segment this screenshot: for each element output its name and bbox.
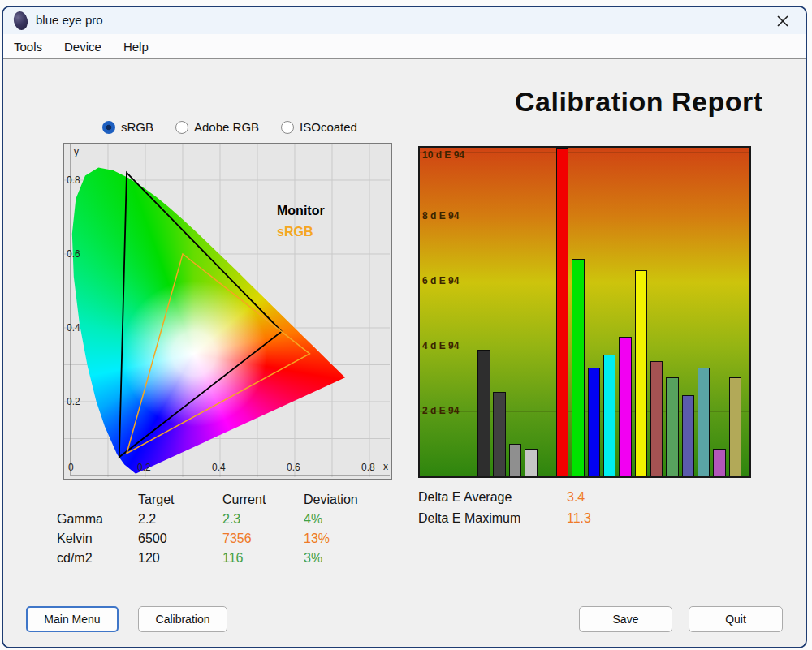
radio-unselected-icon <box>281 121 294 134</box>
x-tick-0.8: 0.8 <box>361 462 375 473</box>
delta-e-bar-15 <box>713 449 726 476</box>
y-axis-name: y <box>74 146 79 157</box>
y-tick-0.6: 0.6 <box>67 248 80 260</box>
axis-label-2de: 2 d E 94 <box>422 405 459 416</box>
app-logo-icon <box>12 10 29 31</box>
content-area: Calibration Report sRGBAdobe RGBISOcoate… <box>3 58 806 647</box>
menu-item-tools[interactable]: Tools <box>14 40 42 54</box>
delta-e-bar-4 <box>525 449 538 476</box>
radio-option-isocoated[interactable]: ISOcoated <box>281 120 357 134</box>
gridline-10de <box>420 152 749 153</box>
delta-e-bar-10 <box>635 270 648 476</box>
radio-option-adobe-rgb[interactable]: Adobe RGB <box>175 120 259 134</box>
delta-e-label: Delta E Average <box>418 490 567 505</box>
gamut-triangle-srgb <box>127 254 309 454</box>
menu-bar: ToolsDeviceHelp <box>3 34 806 58</box>
cie-chromaticity-chart: 0.20.40.60.80.20.40.60.80yx Monitor sRGB <box>63 143 392 480</box>
page-title: Calibration Report <box>515 86 763 118</box>
column-header-deviation: Deviation <box>304 490 393 510</box>
row-label-cd-m2: cd/m2 <box>57 549 138 568</box>
row-label-gamma: Gamma <box>57 510 138 529</box>
deviation-value-cd-m2: 3% <box>304 549 393 568</box>
y-tick-0.2: 0.2 <box>67 396 80 407</box>
deviation-value-kelvin: 13% <box>304 529 393 549</box>
legend-srgb: sRGB <box>277 225 313 239</box>
gridline-8de <box>420 217 749 217</box>
radio-selected-icon <box>102 121 115 134</box>
axis-label-8de: 8 d E 94 <box>422 210 459 222</box>
gridline-6de <box>420 282 749 282</box>
menu-item-help[interactable]: Help <box>123 40 149 54</box>
radio-option-srgb[interactable]: sRGB <box>102 120 153 134</box>
radio-label-srgb: sRGB <box>121 120 153 134</box>
y-tick-0.4: 0.4 <box>67 322 80 334</box>
delta-e-value: 3.4 <box>567 490 585 505</box>
calibration-results-table: TargetCurrentDeviationGamma2.22.34%Kelvi… <box>57 490 393 568</box>
delta-e-bar-2 <box>493 392 506 476</box>
target-value-kelvin: 6500 <box>138 529 222 549</box>
delta-e-bar-6 <box>572 259 585 476</box>
x-tick-0.4: 0.4 <box>212 462 226 473</box>
y-tick-0.8: 0.8 <box>67 174 80 186</box>
delta-e-bar-chart: 10 d E 948 d E 946 d E 944 d E 942 d E 9… <box>418 146 751 478</box>
close-button[interactable] <box>773 11 793 31</box>
window-title: blue eye pro <box>36 13 103 27</box>
delta-e-bar-16 <box>729 377 742 476</box>
x-axis-name: x <box>383 461 388 472</box>
delta-e-bar-5 <box>556 148 569 476</box>
menu-item-device[interactable]: Device <box>64 40 102 54</box>
target-value-cd-m2: 120 <box>138 549 222 568</box>
delta-e-row-delta-e-maximum: Delta E Maximum11.3 <box>418 508 591 529</box>
x-tick-0.6: 0.6 <box>287 462 300 473</box>
column-header-current: Current <box>222 490 304 510</box>
delta-e-value: 11.3 <box>567 511 591 526</box>
main-menu-button[interactable]: Main Menu <box>26 606 119 632</box>
delta-e-bar-14 <box>698 368 710 476</box>
calibration-button[interactable]: Calibration <box>138 606 227 632</box>
profile-radio-group: sRGBAdobe RGBISOcoated <box>102 120 357 134</box>
table-corner-cell <box>57 490 138 510</box>
gamut-triangle-monitor <box>119 173 282 457</box>
close-icon <box>776 15 789 28</box>
gridline-4de <box>420 347 749 347</box>
title-bar: blue eye pro <box>3 7 806 34</box>
deviation-value-gamma: 4% <box>304 510 393 529</box>
axis-label-6de: 6 d E 94 <box>422 275 459 286</box>
delta-e-row-delta-e-average: Delta E Average3.4 <box>418 487 591 508</box>
column-header-target: Target <box>138 490 222 510</box>
current-value-cd-m2: 116 <box>222 549 304 568</box>
app-window: blue eye pro ToolsDeviceHelp Calibration… <box>2 6 807 648</box>
axis-label-4de: 4 d E 94 <box>422 340 459 351</box>
origin-tick: 0 <box>68 462 74 473</box>
delta-e-bar-13 <box>682 395 695 476</box>
delta-e-bar-1 <box>477 350 490 476</box>
axis-label-10de: 10 d E 94 <box>422 149 464 161</box>
radio-label-isocoated: ISOcoated <box>300 120 357 134</box>
gamut-triangles <box>64 144 390 477</box>
radio-label-adobe-rgb: Adobe RGB <box>194 120 259 134</box>
current-value-kelvin: 7356 <box>222 529 304 549</box>
delta-e-bar-3 <box>509 444 522 476</box>
delta-e-bar-9 <box>619 337 632 476</box>
target-value-gamma: 2.2 <box>138 510 222 529</box>
save-button[interactable]: Save <box>579 606 672 632</box>
row-label-kelvin: Kelvin <box>57 529 138 549</box>
delta-e-summary: Delta E Average3.4Delta E Maximum11.3 <box>418 487 591 529</box>
quit-button[interactable]: Quit <box>689 606 783 632</box>
delta-e-bar-7 <box>588 368 601 476</box>
delta-e-bar-8 <box>603 355 616 476</box>
delta-e-label: Delta E Maximum <box>418 511 567 526</box>
legend-monitor: Monitor <box>277 204 325 218</box>
radio-unselected-icon <box>175 121 188 134</box>
delta-e-bar-11 <box>650 361 663 476</box>
current-value-gamma: 2.3 <box>222 510 304 529</box>
delta-e-bar-12 <box>666 377 679 476</box>
x-tick-0.2: 0.2 <box>137 462 151 473</box>
